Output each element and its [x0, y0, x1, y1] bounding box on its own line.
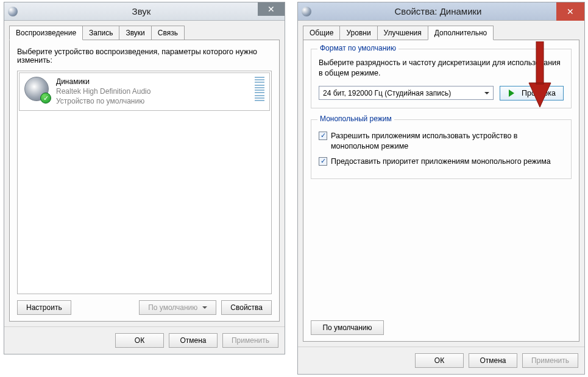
format-selected: 24 бит, 192000 Гц (Студийная запись) [323, 89, 451, 97]
sound-icon [8, 7, 18, 16]
format-combobox[interactable]: 24 бит, 192000 Гц (Студийная запись) [319, 86, 494, 100]
close-button[interactable]: ✕ [556, 2, 584, 21]
dialog-button-row: ОК Отмена Применить [298, 347, 584, 374]
group-title: Формат по умолчанию [317, 44, 398, 52]
test-label: Проверка [522, 89, 556, 97]
defaults-row: По умолчанию [311, 320, 572, 335]
set-default-button[interactable]: По умолчанию [139, 300, 216, 315]
dialog-body: Общие Уровни Улучшения Дополнительно Фор… [298, 21, 584, 347]
tab-enhancements[interactable]: Улучшения [377, 26, 428, 40]
exclusive-mode-group: Монопольный режим Разрешить приложениям … [311, 119, 572, 180]
level-meter-icon [255, 77, 264, 101]
checkbox-row: Разрешить приложениям использовать устро… [319, 131, 564, 152]
tab-pane: Формат по умолчанию Выберите разрядность… [303, 40, 579, 342]
group-description: Выберите разрядность и частоту дискретиз… [319, 58, 564, 79]
speaker-properties-dialog: Свойства: Динамики ✕ Общие Уровни Улучше… [297, 2, 585, 375]
cancel-button[interactable]: Отмена [469, 353, 517, 368]
tabstrip: Воспроизведение Запись Звуки Связь [9, 26, 280, 40]
close-button[interactable]: ✕ [258, 2, 285, 16]
restore-defaults-button[interactable]: По умолчанию [311, 320, 384, 335]
device-list[interactable]: ✓ Динамики Realtek High Definition Audio… [17, 71, 272, 294]
allow-exclusive-checkbox[interactable] [319, 132, 327, 140]
default-format-group: Формат по умолчанию Выберите разрядность… [311, 49, 572, 108]
device-item[interactable]: ✓ Динамики Realtek High Definition Audio… [19, 72, 270, 111]
sound-dialog: Звук ✕ Воспроизведение Запись Звуки Связ… [4, 2, 285, 354]
dialog-button-row: ОК Отмена Применить [4, 326, 285, 354]
apply-button[interactable]: Применить [222, 333, 278, 348]
tab-general[interactable]: Общие [303, 26, 340, 40]
group-title: Монопольный режим [317, 115, 394, 123]
configure-button[interactable]: Настроить [17, 300, 71, 315]
default-check-icon: ✓ [40, 93, 51, 104]
titlebar[interactable]: Звук ✕ [4, 2, 285, 21]
tab-playback[interactable]: Воспроизведение [9, 26, 83, 40]
tab-advanced[interactable]: Дополнительно [428, 26, 494, 40]
close-icon: ✕ [567, 7, 574, 16]
titlebar[interactable]: Свойства: Динамики ✕ [298, 2, 584, 21]
device-status: Устройство по умолчанию [56, 96, 251, 106]
tab-levels[interactable]: Уровни [339, 26, 377, 40]
window-title: Свойства: Динамики [316, 6, 560, 16]
tabstrip: Общие Уровни Улучшения Дополнительно [303, 26, 579, 40]
dialog-body: Воспроизведение Запись Звуки Связь Выбер… [4, 21, 285, 326]
window-title: Звук [23, 6, 260, 16]
allow-exclusive-label: Разрешить приложениям использовать устро… [331, 131, 564, 152]
device-button-row: Настроить По умолчанию Свойства [17, 300, 272, 315]
speaker-icon [302, 7, 311, 16]
tab-pane: Выберите устройство воспроизведения, пар… [9, 40, 280, 322]
ok-button[interactable]: ОК [115, 333, 164, 348]
format-row: 24 бит, 192000 Гц (Студийная запись) Про… [319, 86, 564, 100]
device-icon: ✓ [24, 77, 50, 102]
tab-communications[interactable]: Связь [151, 26, 185, 40]
tab-sounds[interactable]: Звуки [119, 26, 151, 40]
priority-exclusive-checkbox[interactable] [319, 157, 327, 166]
properties-button[interactable]: Свойства [221, 300, 272, 315]
instruction-text: Выберите устройство воспроизведения, пар… [17, 46, 272, 71]
checkbox-row: Предоставить приоритет приложениям моноп… [319, 157, 564, 167]
device-text: Динамики Realtek High Definition Audio У… [56, 77, 251, 107]
test-button[interactable]: Проверка [500, 86, 564, 100]
device-name: Динамики [56, 77, 251, 86]
apply-button[interactable]: Применить [522, 353, 578, 368]
tab-recording[interactable]: Запись [82, 26, 119, 40]
priority-exclusive-label: Предоставить приоритет приложениям моноп… [331, 157, 551, 167]
device-driver: Realtek High Definition Audio [56, 86, 251, 96]
close-icon: ✕ [267, 4, 275, 14]
play-icon [509, 90, 518, 97]
cancel-button[interactable]: Отмена [169, 333, 218, 348]
ok-button[interactable]: ОК [415, 353, 464, 368]
